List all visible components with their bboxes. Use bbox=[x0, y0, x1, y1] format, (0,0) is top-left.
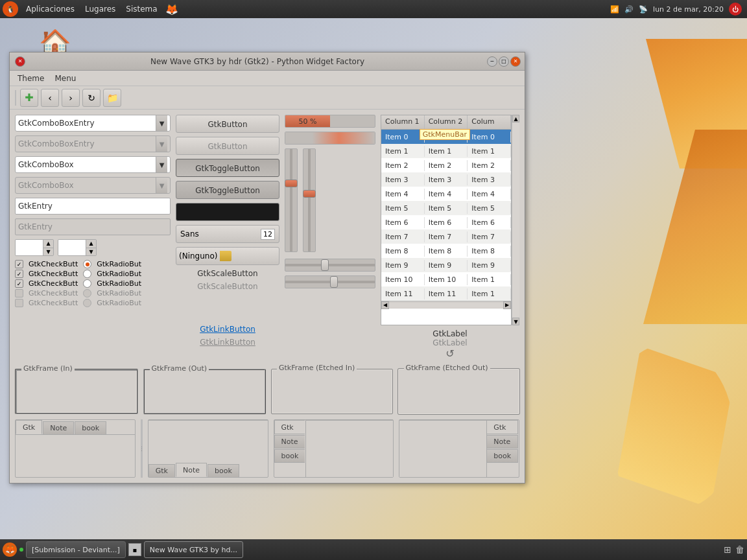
spin-down-2[interactable]: ▼ bbox=[86, 248, 96, 256]
col-header-2[interactable]: Column 2 bbox=[425, 115, 468, 129]
taskbar-widget-factory-label: New Wave GTK3 by hd... bbox=[150, 546, 237, 554]
window-close-button[interactable]: ✕ bbox=[510, 56, 521, 67]
spin-down-1[interactable]: ▼ bbox=[43, 248, 53, 256]
notebook-3-tab-book[interactable]: book bbox=[274, 449, 305, 463]
notebook-3-tab-gtk[interactable]: Gtk bbox=[274, 420, 305, 434]
gtk-link-button[interactable]: GtkLinkButton bbox=[176, 325, 279, 334]
radio-2[interactable] bbox=[83, 270, 91, 278]
toolbar-reload-button[interactable]: ↻ bbox=[82, 89, 101, 107]
combo-arrow-1[interactable]: ▼ bbox=[156, 115, 167, 131]
radio-3-label: GtkRadioBut bbox=[97, 279, 141, 288]
window-minimize-button[interactable]: ─ bbox=[487, 56, 497, 67]
scale-vertical-2[interactable] bbox=[303, 148, 316, 252]
notebook-4-tab-book[interactable]: book bbox=[487, 449, 518, 463]
table-row[interactable]: Item 8Item 8Item 8 bbox=[381, 244, 511, 258]
radio-1[interactable] bbox=[83, 260, 91, 268]
tree-scroll-up[interactable]: ▲ bbox=[512, 115, 519, 122]
table-row[interactable]: Item 1Item 1Item 1 bbox=[381, 144, 511, 158]
gtk-entry-1[interactable]: GtkEntry bbox=[15, 198, 171, 215]
combo-box-entry-1[interactable]: GtkComboBoxEntry ▼ bbox=[15, 115, 171, 132]
scale-h-thumb-1[interactable] bbox=[321, 259, 329, 271]
radio-2-label: GtkRadioBut bbox=[97, 270, 141, 278]
notebook-1-tab-gtk[interactable]: Gtk bbox=[16, 420, 42, 434]
combo-box-2[interactable]: GtkComboBox ▼ bbox=[15, 156, 171, 173]
tree-h-scroll[interactable]: ◀ ▶ bbox=[381, 301, 511, 309]
table-row[interactable]: Item 5Item 5Item 5 bbox=[381, 201, 511, 215]
checkbox-2-label: GtkCheckButt bbox=[29, 270, 78, 278]
menu-lugares[interactable]: Lugares bbox=[80, 5, 121, 14]
notebook-2-tab-book[interactable]: book bbox=[208, 464, 239, 477]
scale-v-thumb-1[interactable] bbox=[285, 180, 298, 187]
checkbox-3-label: GtkCheckButt bbox=[29, 279, 78, 288]
tree-scroll-down[interactable]: ▼ bbox=[512, 318, 519, 325]
scale-v-thumb-2[interactable] bbox=[303, 190, 316, 198]
list-item: Item 8 bbox=[425, 246, 468, 257]
window-maximize-button[interactable]: □ bbox=[499, 56, 509, 67]
list-item: Item 2 bbox=[468, 160, 511, 171]
taskbar-firefox-icon: 🦊 bbox=[3, 542, 17, 557]
notebook-2-tab-note[interactable]: Note bbox=[176, 463, 207, 477]
col-header-3[interactable]: Colum bbox=[468, 115, 511, 129]
tree-scroll-track[interactable] bbox=[512, 122, 519, 318]
notebook-1-tab-book[interactable]: book bbox=[75, 421, 106, 434]
table-row[interactable]: Item 11Item 11Item 1 bbox=[381, 286, 511, 301]
toolbar-back-button[interactable]: ‹ bbox=[41, 89, 59, 107]
col-header-1[interactable]: Column 1 bbox=[381, 115, 425, 129]
ubuntu-icon[interactable]: 🐧 bbox=[3, 1, 18, 17]
checkbox-4-label: GtkCheckButt bbox=[29, 289, 78, 298]
spin-up-2[interactable]: ▲ bbox=[86, 240, 96, 248]
checkbox-3[interactable] bbox=[15, 279, 23, 288]
font-button[interactable]: Sans 12 bbox=[176, 225, 279, 243]
combo-box-entry-1-disabled: GtkComboBoxEntry ▼ bbox=[15, 135, 171, 152]
scale-vertical-1[interactable] bbox=[285, 148, 298, 252]
menu-menu[interactable]: Menu bbox=[49, 73, 81, 84]
list-item: Item 5 bbox=[425, 203, 468, 214]
taskbar-submission-button[interactable]: [Submission - Deviant...] bbox=[26, 541, 126, 558]
notebook-1-tab-note[interactable]: Note bbox=[43, 421, 74, 434]
list-item: Item 9 bbox=[425, 260, 468, 271]
menu-theme[interactable]: Theme bbox=[12, 73, 49, 84]
table-row[interactable]: Item 4Item 4Item 4 bbox=[381, 187, 511, 201]
table-row[interactable]: Item 10Item 10Item 1 bbox=[381, 272, 511, 286]
table-row[interactable]: Item 3Item 3Item 3 bbox=[381, 172, 511, 187]
window-close-icon[interactable]: ✕ bbox=[15, 56, 25, 67]
tree-scroll-left[interactable]: ◀ bbox=[381, 301, 389, 309]
table-row[interactable]: Item 7Item 7Item 7 bbox=[381, 229, 511, 244]
notebook-sep[interactable]: ⋮ bbox=[141, 419, 143, 478]
gtk-toggle-button-1[interactable]: GtkToggleButton bbox=[176, 159, 279, 177]
menu-aplicaciones[interactable]: Aplicaciones bbox=[21, 5, 80, 14]
spin-up-1[interactable]: ▲ bbox=[43, 240, 53, 248]
gtk-button-1-disabled: GtkButton bbox=[176, 137, 279, 155]
color-button[interactable] bbox=[176, 203, 279, 221]
file-chooser-button[interactable]: (Ninguno) bbox=[176, 247, 279, 265]
check-row-1: GtkCheckButt GtkRadioBut bbox=[15, 260, 171, 268]
toolbar-folder-button[interactable]: 📁 bbox=[103, 89, 121, 107]
table-row[interactable]: Item 9Item 9Item 9 bbox=[381, 258, 511, 272]
checkbox-1[interactable] bbox=[15, 260, 23, 268]
entry-1-dis-text: GtkEntry bbox=[18, 222, 53, 231]
power-button[interactable]: ⏻ bbox=[729, 3, 742, 16]
spin-button-2[interactable]: ▲ ▼ bbox=[58, 239, 97, 256]
toolbar-add-button[interactable]: ✚ bbox=[20, 89, 38, 107]
spin-button-1[interactable]: ▲ ▼ bbox=[15, 239, 54, 256]
toolbar-forward-button[interactable]: › bbox=[62, 89, 80, 107]
scale-h-thumb-2[interactable] bbox=[330, 276, 338, 288]
menu-sistema[interactable]: Sistema bbox=[121, 5, 162, 14]
notebook-3-tab-note[interactable]: Note bbox=[274, 435, 305, 449]
table-row[interactable]: Item 2Item 2Item 2 bbox=[381, 158, 511, 172]
scale-horizontal-1[interactable] bbox=[285, 259, 375, 272]
notebook-2-tab-gtk[interactable]: Gtk bbox=[148, 464, 175, 477]
checkbox-1-label: GtkCheckButt bbox=[29, 260, 78, 268]
combo-arrow-2[interactable]: ▼ bbox=[156, 157, 167, 172]
scale-v-track-2 bbox=[308, 149, 311, 251]
radio-3[interactable] bbox=[83, 279, 91, 288]
scale-horizontal-2[interactable] bbox=[285, 275, 375, 288]
notebook-4-tab-note[interactable]: Note bbox=[487, 435, 518, 449]
gtk-button-1[interactable]: GtkButton bbox=[176, 115, 279, 133]
table-row[interactable]: Item 6Item 6Item 6 bbox=[381, 215, 511, 229]
checkbox-2[interactable] bbox=[15, 270, 23, 278]
notebook-4-tab-gtk[interactable]: Gtk bbox=[487, 420, 518, 434]
tree-view[interactable]: Column 1 Column 2 Colum Item 0Item 0Item… bbox=[381, 115, 512, 325]
tree-scroll-right[interactable]: ▶ bbox=[503, 301, 511, 309]
taskbar-widget-factory-button[interactable]: New Wave GTK3 by hd... bbox=[144, 541, 243, 558]
